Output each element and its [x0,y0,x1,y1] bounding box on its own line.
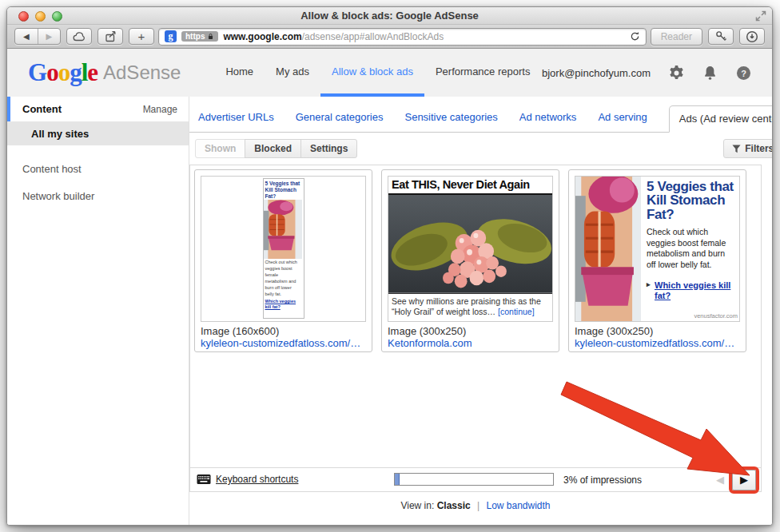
lock-icon [207,32,214,41]
tab-ads-ad-review-center[interactable]: Ads (Ad review center) [669,105,773,133]
tab-ad-networks[interactable]: Ad networks [519,111,577,132]
share-button[interactable] [98,28,123,45]
product-name: AdSense [103,62,181,84]
url-path: /adsense/app#allowAndBlockAds [302,31,444,42]
account-email[interactable]: bjork@pinchofyum.com [542,67,651,79]
panel-status-bar: Keyboard shortcuts 3% of impressions ◀ ▶ [190,467,761,491]
reload-icon[interactable] [630,31,640,42]
keyboard-shortcuts-link[interactable]: Keyboard shortcuts [216,474,298,485]
blocked-button[interactable]: Blocked [245,139,301,158]
ad-destination-link[interactable]: Ketonformola.com [388,337,553,349]
browser-window: Allow & block ads: Google AdSense ◀ ▶ + … [6,6,773,526]
impressions-progress-bar [394,473,554,486]
view-in-footer: View in: Classic | Low bandwidth [189,492,762,511]
tab-general-categories[interactable]: General categories [296,111,384,132]
address-bar[interactable]: g https www.google.com/adsense/app#allow… [158,28,647,46]
new-tab-button[interactable]: + [129,28,154,45]
nav-my-ads[interactable]: My ads [265,49,320,97]
ad-card[interactable]: 5 Veggies that Kill Stomach Fat? [194,169,372,352]
nav-home[interactable]: Home [214,49,265,97]
previous-page-button[interactable]: ◀ [716,474,724,486]
address-bar-group: + g https www.google.com/adsense/app#all… [129,28,702,46]
adsense-logo: Google AdSense [28,49,181,97]
https-label: https [185,32,205,41]
nav-performance-reports[interactable]: Performance reports [424,49,542,97]
view-in-label: View in: [400,500,434,511]
fullscreen-icon[interactable] [755,10,766,22]
tab-bar: Advertiser URLs General categories Sensi… [189,97,773,133]
ad-format-label: Image (300x250) [388,325,553,337]
settings-button[interactable]: Settings [300,139,357,158]
ad-review-panel: 5 Veggies that Kill Stomach Fat? [189,165,762,492]
svg-text:?: ? [741,68,746,77]
zoom-window-button[interactable] [52,11,62,22]
tab-sensitive-categories[interactable]: Sensitive categories [404,111,497,132]
ad-preview: Eat THIS, Never Diet Again [388,176,553,322]
ad-attribution: venusfactor.com [694,312,738,320]
notifications-bell-icon[interactable] [702,66,718,81]
adsense-header: Google AdSense Home My ads Allow & block… [7,49,772,97]
ad-creative-cta: Which veggies kill fat? [647,280,735,303]
sidebar-item-all-my-sites[interactable]: All my sites [7,121,189,145]
ad-creative-cta: Which veggies kill fat? [264,299,304,312]
ad-creative-headline: 5 Veggies that Kill Stomach Fat? [647,180,735,221]
settings-gear-icon[interactable] [669,66,684,81]
ad-creative-body: Check out which veggies boost female met… [647,227,735,271]
url-text: www.google.com/adsense/app#allowAndBlock… [223,31,444,42]
tab-ad-serving[interactable]: Ad serving [598,111,647,132]
share-icon [105,30,117,42]
window-title: Allow & block ads: Google AdSense [7,7,772,25]
view-segmented-control: Shown Blocked Settings [195,139,357,158]
view-classic-label: Classic [437,500,471,511]
sidebar-item-network-builder[interactable]: Network builder [7,182,189,209]
sidebar-item-content-host[interactable]: Content host [7,155,189,182]
shown-button[interactable]: Shown [195,139,245,158]
filters-button[interactable]: Filters [723,139,773,158]
minimize-window-button[interactable] [35,11,46,22]
ad-creative-body: Check out which veggies boost female met… [264,259,304,299]
funnel-icon [732,145,741,153]
ad-creative-cta: [continue] [498,307,535,316]
controls-row: Shown Blocked Settings Filters [189,133,773,165]
traffic-lights [18,11,62,22]
forward-button[interactable]: ▶ [38,29,61,44]
ad-creative-headline: Eat THIS, Never Diet Again [388,177,552,195]
low-bandwidth-link[interactable]: Low bandwidth [486,500,550,511]
reader-button[interactable]: Reader [651,28,702,46]
url-host: www.google.com [223,31,301,42]
ad-destination-link[interactable]: kyleleon-customizedfatloss.com/… [575,337,740,349]
downloads-button[interactable] [739,28,765,45]
fruit-photo-graphic [388,195,552,293]
sidebar-manage-link[interactable]: Manage [143,104,177,115]
ad-card[interactable]: 5 Veggies that Kill Stomach Fat? Check o… [568,169,746,352]
impressions-progress-fill [395,474,400,485]
help-icon[interactable]: ? [736,66,751,81]
page-content: Content Manage All my sites Content host… [7,97,772,526]
next-page-button[interactable]: ▶ [732,470,756,490]
window-titlebar: Allow & block ads: Google AdSense [7,7,772,25]
password-manager-button[interactable] [708,28,734,45]
https-badge: https [181,31,218,42]
ad-format-label: Image (160x600) [201,325,366,337]
sidebar-section-content: Content Manage [7,97,189,121]
ad-destination-link[interactable]: kyleleon-customizedfatloss.com/… [201,337,366,349]
ad-cards-row: 5 Veggies that Kill Stomach Fat? [190,165,761,352]
ad-preview: 5 Veggies that Kill Stomach Fat? [201,176,366,322]
torso-graphic [575,177,641,321]
close-window-button[interactable] [18,11,29,22]
keyboard-icon [197,474,211,485]
ad-card[interactable]: Eat THIS, Never Diet Again [381,169,559,352]
key-icon [715,30,727,42]
filters-label: Filters [745,143,773,154]
google-favicon: g [165,30,177,42]
main-area: Advertiser URLs General categories Sensi… [189,97,773,526]
torso-graphic [264,200,302,259]
nav-allow-block-ads[interactable]: Allow & block ads [320,49,424,97]
icloud-tabs-button[interactable] [66,28,92,45]
back-button[interactable]: ◀ [15,29,38,44]
download-icon [746,30,758,43]
ad-format-label: Image (300x250) [575,325,740,337]
tab-advertiser-urls[interactable]: Advertiser URLs [198,111,274,132]
ad-preview: 5 Veggies that Kill Stomach Fat? Check o… [575,176,740,322]
sidebar: Content Manage All my sites Content host… [7,97,189,526]
